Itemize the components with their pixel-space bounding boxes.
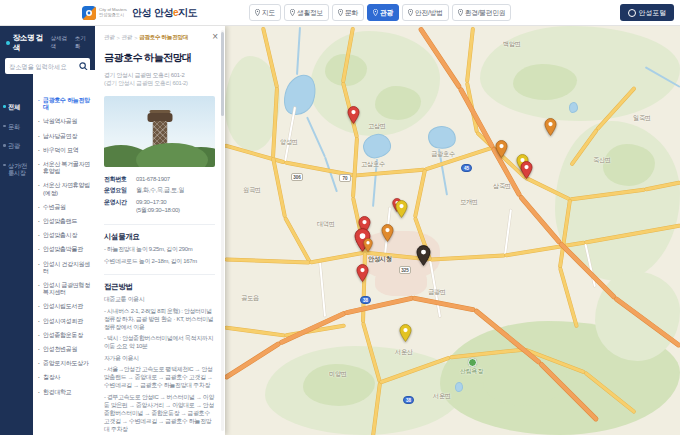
map-pin-icon bbox=[338, 9, 343, 16]
address-line1: 경기 안성시 금광면 오흥리 601-2 bbox=[104, 72, 215, 80]
category-문화[interactable]: 문화 bbox=[0, 123, 33, 131]
breadcrumb-separator: > bbox=[134, 35, 137, 41]
map-road bbox=[430, 254, 505, 261]
search-sidebar: 장소명 검색 상세검색 초기화 전체문화관광상가/전통시장 금광호수 하늘전망대… bbox=[0, 26, 95, 435]
map-road bbox=[310, 251, 366, 264]
search-title: 장소명 검색 bbox=[13, 33, 48, 53]
place-item[interactable]: 안성시립도서관 bbox=[38, 303, 92, 310]
place-item[interactable]: 바우덕이 묘역 bbox=[38, 147, 92, 154]
place-item[interactable]: 안성시 건강지원센터 bbox=[38, 261, 92, 275]
place-item[interactable]: 안성천변공원 bbox=[38, 346, 92, 353]
map-label: 대덕면 bbox=[317, 220, 335, 229]
category-상가/전통시장[interactable]: 상가/전통시장 bbox=[0, 162, 33, 177]
anseong-logo[interactable]: City of Masters 안성맞춤도시 안성 안성e지도 bbox=[82, 6, 197, 20]
panel-scrollbar[interactable] bbox=[221, 30, 224, 431]
place-item[interactable]: 남사당공연장 bbox=[38, 133, 92, 140]
field-value: 09:30~17:30 (5월:09:30~18:00) bbox=[136, 198, 215, 215]
search-links: 상세검색 초기화 bbox=[50, 35, 90, 51]
road-shield: 45 bbox=[461, 164, 472, 172]
place-item[interactable]: 안성맞춤시장 bbox=[38, 232, 92, 239]
search-input[interactable] bbox=[5, 63, 76, 70]
category-관광[interactable]: 관광 bbox=[0, 142, 33, 150]
map-label: 금광호수 bbox=[431, 150, 455, 159]
info-field: 운영시간09:30~17:30 (5월:09:30~18:00) bbox=[104, 198, 215, 215]
place-item[interactable]: 안성종합운동장 bbox=[38, 332, 92, 339]
scrollbar-thumb[interactable] bbox=[221, 32, 224, 116]
map-label: 원곡면 bbox=[243, 186, 261, 195]
forest-poi-icon bbox=[468, 358, 477, 367]
map-marker-yellow[interactable] bbox=[395, 200, 408, 218]
map-pin-icon bbox=[255, 9, 260, 16]
place-item[interactable]: 금광호수 하늘전망대 bbox=[38, 97, 92, 111]
tab-문화[interactable]: 문화 bbox=[332, 4, 364, 21]
breadcrumb-item[interactable]: 금광호수 하늘전망대 bbox=[139, 34, 188, 42]
poi-label: 산림욕장 bbox=[460, 367, 483, 376]
field-value: 월,화,수,목,금,토,일 bbox=[136, 186, 215, 195]
reset-link[interactable]: 초기화 bbox=[75, 35, 90, 51]
place-item[interactable]: 안성맞춤랜드 bbox=[38, 218, 92, 225]
map-label: 백암면 bbox=[503, 40, 521, 49]
map-road bbox=[362, 252, 367, 322]
place-item[interactable]: 안성맞춤박물관 bbox=[38, 246, 92, 253]
section-line: - 하늘전망대 높이 9.25m, 길이 290m bbox=[104, 245, 215, 253]
place-item[interactable]: 안성시여성회관 bbox=[38, 318, 92, 325]
map-label: 양성면 bbox=[280, 138, 298, 147]
map-label: 일죽면 bbox=[633, 114, 651, 123]
close-icon[interactable]: × bbox=[210, 30, 220, 44]
map-label: 고삼면 bbox=[368, 122, 386, 131]
map-canvas[interactable]: 30670325453838백암면일죽면고삼면양성면금광호수고삼호수죽산면원곡면… bbox=[225, 26, 680, 435]
address-line2: (경기 안성시 금광면 오흥리 601-2) bbox=[104, 80, 215, 88]
place-item[interactable]: 칠장사 bbox=[38, 374, 92, 381]
map-marker-black-selected[interactable] bbox=[416, 245, 431, 266]
map-road bbox=[355, 168, 425, 177]
map-road bbox=[272, 157, 287, 218]
map-road bbox=[559, 267, 579, 328]
detail-panel: 관광>관광>금광호수 하늘전망대 × 금광호수 하늘전망대 경기 안성시 금광면… bbox=[95, 26, 225, 435]
place-item[interactable]: 서운산 복거골자연휴양림 bbox=[38, 161, 92, 175]
road-shield: 38 bbox=[360, 296, 371, 304]
map-marker-red[interactable] bbox=[520, 161, 533, 179]
section-heading: 접근방법 bbox=[104, 274, 215, 292]
road-shield: 70 bbox=[339, 174, 351, 182]
category-전체[interactable]: 전체 bbox=[0, 103, 33, 111]
map-road bbox=[345, 296, 414, 315]
tab-지도[interactable]: 지도 bbox=[249, 4, 281, 21]
place-item[interactable]: 중앙로지하도상가 bbox=[38, 360, 92, 367]
breadcrumb-item[interactable]: 관광 bbox=[122, 34, 133, 42]
app-title: 안성e지도 bbox=[154, 6, 197, 20]
tab-환경/불편민원[interactable]: 환경/불편민원 bbox=[452, 4, 512, 21]
map-road bbox=[225, 258, 310, 264]
bullet-dot-icon bbox=[3, 125, 6, 128]
section-line: - 택시 : 안성종합버스터미널에서 목적지까지 이동 소요 약 10분 bbox=[104, 334, 215, 350]
place-item[interactable]: 서운산 자연휴양림(예정) bbox=[38, 182, 92, 196]
map-label: 안성시청 bbox=[368, 255, 392, 264]
tab-안전/방범[interactable]: 안전/방범 bbox=[402, 4, 449, 21]
map-marker-orange[interactable] bbox=[544, 118, 557, 136]
map-marker-orange[interactable] bbox=[381, 224, 394, 242]
place-item[interactable]: 수변공원 bbox=[38, 204, 92, 211]
section-line: - 경부고속도로 안성IC → 버스터미널 → 아양동 맞은편 → 중앙사거리 … bbox=[104, 393, 215, 433]
map-label: 죽산면 bbox=[593, 156, 611, 165]
portal-button[interactable]: 안성포털 bbox=[620, 4, 674, 21]
road-shield: 325 bbox=[399, 266, 411, 274]
map-marker-orange[interactable] bbox=[495, 140, 508, 158]
map-river bbox=[306, 117, 326, 158]
map-marker-orange[interactable] bbox=[363, 238, 373, 252]
detail-search-link[interactable]: 상세검색 bbox=[50, 35, 70, 51]
place-list: 금광호수 하늘전망대낙원역사공원남사당공연장바우덕이 묘역서운산 복거골자연휴양… bbox=[33, 70, 95, 435]
map-marker-yellow[interactable] bbox=[399, 324, 412, 342]
breadcrumb-item[interactable]: 관광 bbox=[104, 34, 115, 42]
tab-생활정보[interactable]: 생활정보 bbox=[284, 4, 329, 21]
place-item[interactable]: 한경대학교 bbox=[38, 389, 92, 396]
map-marker-red[interactable] bbox=[347, 106, 360, 124]
tab-관광[interactable]: 관광 bbox=[367, 4, 399, 21]
map-marker-red[interactable] bbox=[356, 264, 369, 282]
map-road bbox=[319, 262, 326, 317]
breadcrumb-separator: > bbox=[117, 35, 120, 41]
place-item[interactable]: 낙원역사공원 bbox=[38, 118, 92, 125]
city-slogan: City of Masters 안성맞춤도시 bbox=[99, 8, 129, 17]
place-item[interactable]: 안성시 금광면행정복지센터 bbox=[38, 282, 92, 296]
logo-city-name: 안성 bbox=[132, 6, 151, 20]
header-tabs: 지도생활정보문화관광안전/방범환경/불편민원 bbox=[249, 4, 511, 21]
info-field: 운영요일월,화,수,목,금,토,일 bbox=[104, 186, 215, 195]
